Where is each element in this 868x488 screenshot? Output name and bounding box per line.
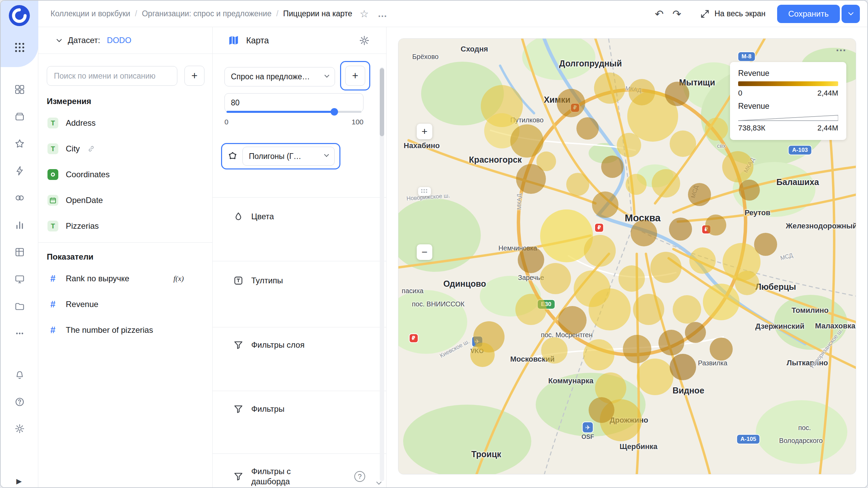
dimension-item[interactable]: Coordinates: [38, 162, 212, 187]
map-bubble[interactable]: [576, 117, 599, 140]
settings-gear-icon[interactable]: [14, 423, 26, 435]
datasets-table-icon[interactable]: [14, 246, 26, 258]
map-bubble[interactable]: [515, 294, 547, 325]
section-фильтры-слоя[interactable]: Фильтры слоя: [234, 340, 304, 350]
map-bubble[interactable]: [669, 218, 692, 241]
section-фильтры[interactable]: Фильтры: [234, 404, 284, 414]
map-bubble[interactable]: [566, 173, 589, 196]
section-тултипы[interactable]: Тултипы: [234, 276, 283, 285]
map-bubble[interactable]: [705, 118, 728, 141]
help-icon[interactable]: [14, 396, 26, 408]
scrollbar-thumb[interactable]: [380, 68, 384, 136]
map-bubble[interactable]: [650, 252, 682, 283]
geotype-select[interactable]: Полигоны (Г…: [242, 147, 335, 166]
fullscreen-button[interactable]: На весь экран: [700, 9, 766, 19]
map-bubble[interactable]: [583, 339, 614, 370]
map-bubble[interactable]: [673, 295, 701, 324]
map-bubble[interactable]: [665, 82, 689, 106]
notifications-bell-icon[interactable]: [14, 369, 26, 381]
zoom-in-button[interactable]: +: [417, 124, 432, 139]
favorites-star-icon[interactable]: [14, 138, 26, 150]
measure-item[interactable]: #Revenue: [38, 291, 212, 317]
dataset-name-link[interactable]: DODO: [107, 36, 131, 45]
widgets-icon[interactable]: [14, 83, 26, 96]
map-bubble[interactable]: [658, 330, 684, 355]
map-more-icon[interactable]: …: [835, 41, 847, 54]
slider-thumb[interactable]: [331, 108, 338, 116]
measure-item[interactable]: #The number of pizzerias: [38, 317, 212, 343]
section-цвета[interactable]: Цвета: [234, 212, 274, 221]
map-bubble[interactable]: [652, 169, 680, 198]
map-bubble[interactable]: [670, 130, 696, 157]
opacity-slider[interactable]: [226, 111, 361, 113]
entry-more-icon[interactable]: …: [378, 8, 388, 19]
map-bubble[interactable]: [710, 338, 733, 361]
map-bubble[interactable]: [703, 284, 739, 320]
charts-icon[interactable]: [14, 219, 26, 231]
map-bubble[interactable]: [518, 247, 544, 273]
map-bubble[interactable]: [722, 151, 753, 182]
map-bubble[interactable]: [558, 306, 587, 334]
storage-folder-icon[interactable]: [14, 300, 26, 312]
collapse-rail-icon[interactable]: ▶: [16, 477, 22, 485]
map-bubble[interactable]: [689, 247, 716, 274]
map-bubble[interactable]: [754, 233, 777, 256]
section-фильтры-с-дашборда[interactable]: Фильтры с дашборда: [234, 466, 309, 487]
map-bubble[interactable]: [557, 89, 585, 117]
map-bubble[interactable]: [705, 215, 726, 236]
map-bubble[interactable]: [629, 79, 655, 105]
map-bubble[interactable]: [631, 220, 657, 246]
map-bubble[interactable]: [584, 235, 616, 267]
add-layer-button[interactable]: +: [345, 66, 365, 86]
zoom-out-button[interactable]: −: [417, 244, 432, 260]
map-bubble[interactable]: [735, 271, 759, 295]
map-bubble[interactable]: [470, 343, 495, 367]
save-menu-button[interactable]: [842, 5, 860, 23]
map-bubble[interactable]: [623, 335, 651, 363]
measure-item[interactable]: #Rank по выручкеf(x): [38, 266, 212, 291]
dashboard-filters-help-icon[interactable]: ?: [354, 471, 365, 482]
undo-icon[interactable]: ↶: [650, 8, 668, 20]
map-canvas[interactable]: СходняДолгопрудныйБрёховоМытищиХимкиПути…: [398, 38, 856, 474]
layer-opacity-input[interactable]: 80: [224, 93, 363, 112]
zoom-drag-handle[interactable]: [418, 187, 431, 196]
map-bubble[interactable]: [541, 337, 568, 364]
map-bubble[interactable]: [618, 265, 645, 292]
breadcrumb-item[interactable]: Коллекции и воркбуки: [51, 9, 130, 18]
map-bubble[interactable]: [685, 322, 706, 343]
add-field-button[interactable]: +: [184, 66, 204, 86]
map-bubble[interactable]: [589, 397, 614, 423]
map-bubble[interactable]: [516, 164, 546, 194]
map-bubble[interactable]: [592, 191, 618, 218]
collections-icon[interactable]: [14, 110, 26, 123]
map-bubble[interactable]: [670, 354, 696, 380]
map-bubble[interactable]: [626, 174, 647, 195]
map-bubble[interactable]: [589, 288, 631, 330]
monitoring-icon[interactable]: [14, 273, 26, 285]
connections-icon[interactable]: [14, 192, 26, 204]
map-bubble[interactable]: [688, 183, 711, 206]
layer-select[interactable]: Спрос на предложе…: [224, 67, 335, 86]
map-bubble[interactable]: [510, 124, 544, 158]
save-button[interactable]: Сохранить: [777, 5, 840, 23]
dimension-item[interactable]: TPizzerias: [38, 213, 212, 239]
map-bubble[interactable]: [633, 294, 664, 325]
dimension-item[interactable]: TCity: [38, 136, 212, 162]
map-bubble[interactable]: [601, 156, 624, 178]
chart-settings-gear-icon[interactable]: [359, 35, 370, 47]
dimension-item[interactable]: TAddress: [38, 110, 212, 136]
map-bubble[interactable]: [637, 359, 673, 395]
chevron-down-icon[interactable]: [57, 37, 62, 42]
editor-bolt-icon[interactable]: [14, 165, 26, 177]
map-bubble[interactable]: [739, 180, 760, 201]
map-bubble[interactable]: [540, 263, 571, 294]
datalens-logo-icon[interactable]: [9, 5, 30, 27]
map-bubble[interactable]: [617, 133, 641, 157]
field-search-input[interactable]: [47, 66, 177, 86]
map-bubble[interactable]: [594, 73, 625, 104]
dimension-item[interactable]: OpenDate: [38, 187, 212, 213]
favorite-star-icon[interactable]: ☆: [360, 8, 369, 20]
redo-icon[interactable]: ↷: [668, 8, 686, 20]
breadcrumb-item[interactable]: Пиццерии на карте: [283, 9, 352, 18]
more-icon[interactable]: [14, 327, 26, 340]
